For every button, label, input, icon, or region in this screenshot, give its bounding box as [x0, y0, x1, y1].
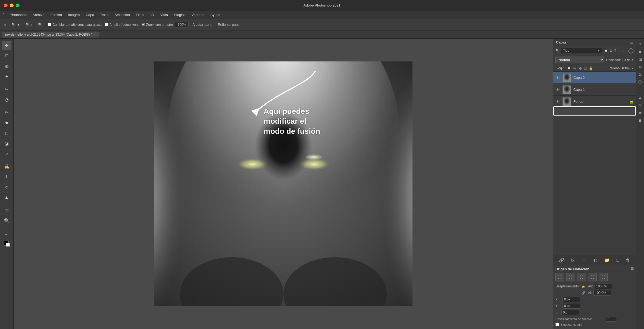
zoom-search-button[interactable]: 🔍 ▼	[10, 21, 22, 28]
pen-tool[interactable]: ✍	[2, 162, 11, 171]
hand-tool[interactable]: ☜	[2, 206, 11, 215]
zoom-in-button[interactable]: 🔍+	[24, 21, 34, 28]
menu-imagen[interactable]: Imagen	[66, 12, 82, 18]
gradient-tool[interactable]: ◪	[2, 139, 11, 148]
frame-displacement-input[interactable]	[606, 316, 617, 322]
menu-texto[interactable]: Texto	[98, 12, 111, 18]
height-input[interactable]	[593, 290, 611, 296]
rellenar-button[interactable]: Rellenar pant.	[216, 21, 241, 28]
lock-artboard-icon[interactable]: □	[584, 66, 586, 70]
new-group-button[interactable]: 📁	[604, 257, 611, 263]
smart-filter-icon[interactable]: ◾	[621, 49, 626, 53]
brush-tool[interactable]: ✏	[2, 108, 11, 117]
shape-filter-icon[interactable]: □	[618, 49, 620, 53]
zoom-input[interactable]	[175, 22, 189, 27]
clone-source-1-button[interactable]: ⛶	[555, 273, 564, 281]
filter-toggle[interactable]: ◯	[628, 48, 634, 54]
layer-row-capa2[interactable]: 👁 Capa 2	[553, 72, 636, 84]
brush-settings-icon[interactable]: ✎	[637, 102, 643, 108]
properties-icon[interactable]: ◼	[637, 117, 643, 123]
eyedropper-tool[interactable]: ◔	[2, 95, 11, 104]
layer-visibility-capa2[interactable]: 👁	[555, 75, 560, 80]
crop-tool[interactable]: ✂	[2, 85, 11, 94]
channels-icon[interactable]: T	[637, 86, 643, 93]
eraser-tool[interactable]: ◻	[2, 128, 11, 138]
gradient-strip-icon[interactable]: ◪	[637, 56, 643, 63]
new-adjustment-button[interactable]: ◐	[593, 257, 598, 263]
foreground-bg-color[interactable]	[2, 239, 11, 248]
opacity-arrow-icon[interactable]: ▼	[631, 58, 634, 61]
stamp-tool[interactable]: ★	[2, 118, 11, 127]
menu-seleccion[interactable]: Selección	[112, 12, 132, 18]
layers-panel-menu-icon[interactable]: ☰	[630, 40, 633, 44]
angle-input[interactable]	[561, 310, 579, 315]
layer-visibility-fondo[interactable]: 👁	[555, 99, 560, 104]
move-tool[interactable]: ✥	[2, 41, 11, 50]
burn-tool[interactable]: ○	[2, 149, 11, 158]
x-input[interactable]	[562, 297, 580, 302]
path-tool[interactable]: ⎋	[2, 182, 11, 192]
document-tab[interactable]: pexels-heitor-verdi-2169434.jpg al 33,3%…	[2, 31, 100, 38]
maximize-button[interactable]	[16, 4, 20, 7]
menu-edicion[interactable]: Edición	[48, 12, 64, 18]
text-tool[interactable]: T	[2, 172, 11, 181]
layer-fx-button[interactable]: fx	[570, 257, 575, 263]
fill-value[interactable]: 100%	[621, 66, 630, 70]
opacity-value[interactable]: 100%	[622, 58, 630, 62]
fill-arrow-icon[interactable]: ▼	[631, 67, 634, 70]
layer-row-fondo[interactable]: 👁 Fondo 🔒	[553, 96, 636, 108]
magic-wand-tool[interactable]: ✦	[2, 72, 11, 81]
add-mask-button[interactable]: ◾	[580, 257, 587, 263]
pixel-filter-icon[interactable]: ◽	[604, 49, 608, 53]
width-input[interactable]	[595, 284, 612, 289]
tab-close-icon[interactable]: ✕	[94, 33, 96, 36]
menu-ayuda[interactable]: Ayuda	[208, 12, 223, 18]
adjustments-icon[interactable]: ⚙	[637, 71, 643, 78]
close-button[interactable]	[4, 4, 8, 7]
menu-capa[interactable]: Capa	[83, 12, 96, 18]
patterns-icon[interactable]: ☫	[637, 64, 643, 70]
new-layer-button[interactable]: □	[616, 257, 620, 263]
lock-frame-checkbox[interactable]	[555, 323, 559, 326]
blend-mode-dropdown[interactable]: Normal Multiplicar Trama Superponer Oscu…	[555, 57, 604, 63]
layers-filter-dropdown[interactable]: Tipo ▼	[561, 48, 602, 53]
shape-tool[interactable]: ▲	[2, 193, 11, 202]
ampliar-checkbox[interactable]	[105, 23, 108, 26]
type-filter-icon[interactable]: T	[614, 49, 616, 53]
layer-visibility-capa1[interactable]: 👁	[555, 87, 560, 92]
marquee-tool[interactable]: □	[2, 51, 11, 60]
menu-archivo[interactable]: Archivo	[30, 12, 46, 18]
clone-source-5-button[interactable]: ⛶	[599, 273, 608, 281]
cambiar-size-checkbox[interactable]	[48, 23, 51, 26]
clone-source-3-button[interactable]: ⛶	[577, 273, 586, 281]
adjustment-filter-icon[interactable]: ⚙	[609, 49, 613, 53]
history-icon[interactable]: ⟳	[637, 41, 643, 47]
lock-transform-icon[interactable]: ✥	[579, 66, 582, 70]
ajustar-button[interactable]: Ajustar pant.	[191, 21, 214, 28]
y-input[interactable]	[562, 303, 580, 309]
more-tools[interactable]: …	[2, 229, 11, 238]
menu-3d[interactable]: 3D	[148, 12, 157, 18]
menu-plugins[interactable]: Plugins	[172, 12, 188, 18]
clone-source-2-button[interactable]: ⛶	[566, 273, 575, 281]
lock-pixels-icon[interactable]: ◽	[567, 66, 571, 70]
swatches-icon[interactable]: ■	[637, 48, 643, 55]
layer-row-capa1[interactable]: 👁 Capa 1	[553, 84, 636, 96]
lasso-tool[interactable]: ⛂	[2, 61, 11, 71]
clone-panel-menu-icon[interactable]: ☰	[631, 267, 634, 271]
zoom-tool[interactable]: 🔍	[2, 216, 11, 225]
paths-icon[interactable]: ▲	[637, 94, 643, 101]
menu-filtro[interactable]: Filtro	[134, 12, 146, 18]
clone-source-4-button[interactable]: ⛶	[588, 273, 597, 281]
minimize-button[interactable]	[10, 4, 14, 7]
zoom-out-button[interactable]: 🔍-	[36, 21, 46, 28]
canvas-area[interactable]: Aquí puedes modificar el modo de fusión	[14, 39, 553, 329]
menu-ventana[interactable]: Ventana	[189, 12, 207, 18]
delete-layer-button[interactable]: 🗑	[625, 257, 631, 263]
home-button[interactable]: ⌂	[2, 21, 8, 28]
tool-presets-icon[interactable]: ★	[637, 109, 643, 116]
link-layers-button[interactable]: 🔗	[558, 257, 565, 263]
menu-photoshop[interactable]: Photoshop	[8, 12, 29, 18]
lock-paint-icon[interactable]: ✏	[573, 66, 577, 70]
lock-all-icon[interactable]: 🔒	[589, 66, 593, 70]
